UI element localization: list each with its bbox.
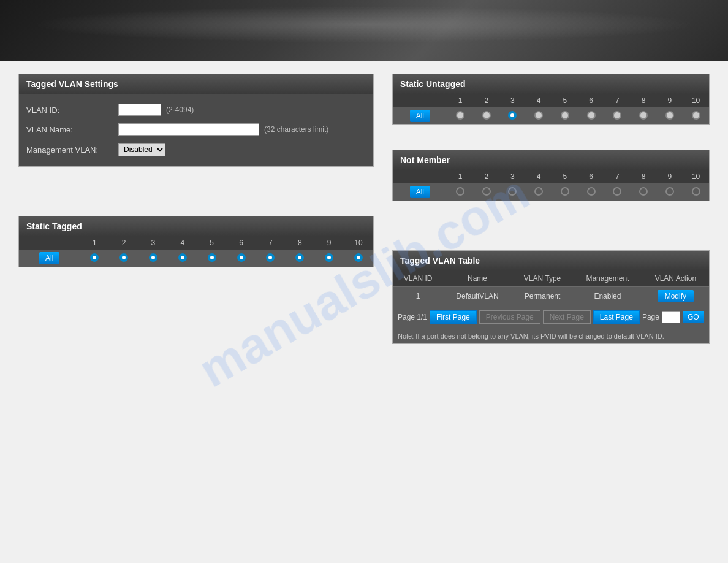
static-tagged-port-10[interactable] <box>344 250 373 267</box>
not-member-header-2: 2 <box>473 170 499 183</box>
static-untagged-header-5: 5 <box>552 94 578 107</box>
not-member-port-7[interactable] <box>604 183 631 201</box>
radio-filled-icon[interactable] <box>119 253 128 262</box>
radio-filled-icon[interactable] <box>482 111 491 120</box>
management-vlan-select[interactable]: Disabled Enabled <box>118 143 165 156</box>
vlan-action-cell: Modify <box>642 287 709 306</box>
radio-filled-icon[interactable] <box>237 253 246 262</box>
static-untagged-row: All <box>393 107 709 124</box>
radio-empty-icon[interactable] <box>534 187 543 196</box>
not-member-port-3[interactable] <box>499 183 526 201</box>
radio-empty-icon[interactable] <box>456 187 464 196</box>
not-member-title: Not Member <box>393 150 709 170</box>
not-member-row: All <box>393 183 709 201</box>
static-untagged-port-10[interactable] <box>683 107 709 124</box>
radio-filled-icon[interactable] <box>325 253 333 262</box>
radio-filled-icon[interactable] <box>266 253 275 262</box>
static-untagged-port-9[interactable] <box>656 107 683 124</box>
static-tagged-port-5[interactable] <box>197 250 227 267</box>
radio-filled-icon[interactable] <box>639 111 648 120</box>
not-member-port-6[interactable] <box>578 183 604 201</box>
vlan-id-label: VLAN ID: <box>26 105 118 115</box>
radio-empty-icon[interactable] <box>587 187 596 196</box>
radio-filled-icon[interactable] <box>456 111 464 120</box>
page-number-input[interactable] <box>662 311 680 323</box>
radio-filled-icon[interactable] <box>534 111 543 120</box>
static-untagged-port-4[interactable] <box>526 107 552 124</box>
static-untagged-port-1[interactable] <box>447 107 474 124</box>
tagged-vlan-data-table: VLAN ID Name VLAN Type Management VLAN A… <box>393 270 709 305</box>
not-member-header-3: 3 <box>499 170 526 183</box>
not-member-header-all-col <box>393 170 447 183</box>
radio-empty-icon[interactable] <box>613 187 621 196</box>
static-tagged-port-8[interactable] <box>285 250 314 267</box>
static-tagged-port-4[interactable] <box>168 250 197 267</box>
vlan-table-header-management: Management <box>573 270 642 287</box>
last-page-button[interactable]: Last Page <box>593 310 640 324</box>
static-untagged-port-5[interactable] <box>552 107 578 124</box>
radio-filled-icon[interactable] <box>208 253 216 262</box>
static-untagged-header-row: 1 2 3 4 5 6 7 8 9 10 <box>393 94 709 107</box>
static-tagged-header-4: 4 <box>168 236 197 250</box>
not-member-port-5[interactable] <box>552 183 578 201</box>
radio-filled-icon[interactable] <box>665 111 674 120</box>
radio-filled-icon[interactable] <box>587 111 596 120</box>
next-page-button[interactable]: Next Page <box>543 310 591 324</box>
static-tagged-port-7[interactable] <box>256 250 285 267</box>
static-untagged-port-6[interactable] <box>578 107 604 124</box>
radio-filled-icon[interactable] <box>692 111 700 120</box>
vlan-id-hint: (2-4094) <box>166 105 194 114</box>
not-member-header-7: 7 <box>604 170 631 183</box>
static-tagged-port-3[interactable] <box>138 250 168 267</box>
not-member-all-button[interactable]: All <box>410 186 430 198</box>
vlan-name-input[interactable] <box>118 123 259 136</box>
radio-filled-icon[interactable] <box>508 111 517 120</box>
static-untagged-port-8[interactable] <box>631 107 657 124</box>
static-untagged-port-2[interactable] <box>473 107 499 124</box>
static-tagged-port-9[interactable] <box>314 250 344 267</box>
static-tagged-header-7: 7 <box>256 236 285 250</box>
not-member-port-8[interactable] <box>631 183 657 201</box>
radio-filled-icon[interactable] <box>613 111 621 120</box>
static-tagged-all-button[interactable]: All <box>39 252 59 264</box>
previous-page-button[interactable]: Previous Page <box>479 310 540 324</box>
radio-filled-icon[interactable] <box>561 111 569 120</box>
not-member-port-9[interactable] <box>656 183 683 201</box>
static-tagged-port-1[interactable] <box>80 250 109 267</box>
radio-empty-icon[interactable] <box>482 187 491 196</box>
vlan-id-input[interactable] <box>118 104 161 116</box>
not-member-header-10: 10 <box>683 170 709 183</box>
radio-filled-icon[interactable] <box>354 253 363 262</box>
static-untagged-all-button[interactable]: All <box>410 110 430 122</box>
first-page-button[interactable]: First Page <box>430 310 477 324</box>
radio-empty-icon[interactable] <box>665 187 674 196</box>
radio-filled-icon[interactable] <box>295 253 304 262</box>
not-member-port-4[interactable] <box>526 183 552 201</box>
page-info: Page 1/1 <box>398 313 427 321</box>
static-untagged-port-3[interactable] <box>499 107 526 124</box>
not-member-port-10[interactable] <box>683 183 709 201</box>
vlan-name-label: VLAN Name: <box>26 125 118 134</box>
modify-button[interactable]: Modify <box>658 290 694 302</box>
not-member-port-1[interactable] <box>447 183 474 201</box>
tagged-vlan-settings-panel: Tagged VLAN Settings VLAN ID: (2-4094) V… <box>18 74 374 167</box>
radio-filled-icon[interactable] <box>90 253 99 262</box>
radio-empty-icon[interactable] <box>561 187 569 196</box>
static-tagged-port-6[interactable] <box>227 250 256 267</box>
vlan-management-cell: Enabled <box>573 287 642 306</box>
header-banner <box>0 0 728 61</box>
radio-empty-icon[interactable] <box>508 187 517 196</box>
not-member-port-2[interactable] <box>473 183 499 201</box>
go-button[interactable]: GO <box>683 311 704 323</box>
static-untagged-header-6: 6 <box>578 94 604 107</box>
vlan-name-cell: DefaultVLAN <box>443 287 512 306</box>
radio-filled-icon[interactable] <box>178 253 187 262</box>
radio-filled-icon[interactable] <box>149 253 157 262</box>
radio-empty-icon[interactable] <box>692 187 700 196</box>
static-untagged-header-3: 3 <box>499 94 526 107</box>
vlan-id-cell: 1 <box>393 287 443 306</box>
static-untagged-port-7[interactable] <box>604 107 631 124</box>
static-tagged-port-2[interactable] <box>109 250 138 267</box>
vlan-table-header-type: VLAN Type <box>512 270 573 287</box>
radio-empty-icon[interactable] <box>639 187 648 196</box>
